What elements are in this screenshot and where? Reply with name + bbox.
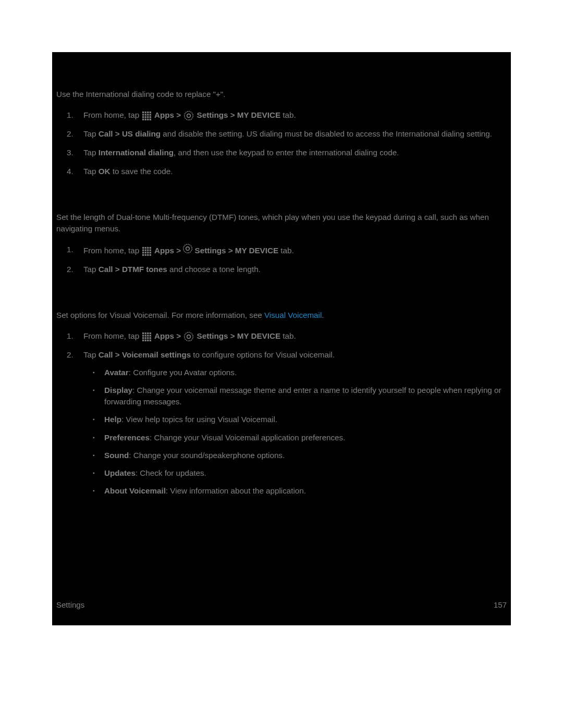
svg-rect-25 [150,249,151,251]
apps-grid-icon [142,112,151,120]
opt-text: : View information about the application… [166,486,306,495]
svg-rect-31 [145,254,146,255]
intro-text: Set options for Visual Voicemail. For mo… [56,311,264,319]
svg-rect-32 [148,254,149,255]
section3-steps: From home, tap Apps > Settings > MY DEVI… [56,330,507,496]
svg-rect-5 [145,114,146,115]
section1-steps: From home, tap Apps > Settings > MY DEVI… [56,109,507,177]
svg-rect-15 [150,118,151,120]
footer-section: Settings [56,599,84,611]
svg-rect-36 [142,332,144,334]
section3-intro: Set options for Visual Voicemail. For mo… [56,310,507,321]
section1-step3: Tap International dialing, and then use … [81,147,507,158]
svg-rect-41 [145,335,146,336]
svg-point-16 [185,112,193,120]
apps-grid-icon [142,332,151,341]
svg-rect-28 [148,252,149,253]
section3-step1: From home, tap Apps > Settings > MY DEVI… [81,330,507,342]
svg-rect-45 [145,337,146,339]
apps-label: Apps > [152,246,183,255]
svg-rect-47 [150,337,151,339]
content-area: Use the International dialing code to re… [52,61,511,497]
step-text: From home, tap [83,246,141,255]
step-text: From home, tap [83,110,141,119]
option-about: About Voicemail: View information about … [104,485,507,497]
svg-rect-43 [150,335,151,336]
step-text: Tap [83,350,99,359]
opt-label: Display [104,386,132,394]
step-tail: tab. [280,110,296,119]
svg-rect-12 [142,118,144,120]
svg-rect-22 [142,249,144,251]
settings-gear-icon [183,246,192,255]
opt-label: Sound [104,451,129,460]
svg-rect-9 [145,116,146,118]
svg-rect-51 [150,340,151,341]
opt-label: Avatar [104,368,129,377]
svg-rect-27 [145,252,146,253]
svg-rect-48 [142,340,144,341]
settings-path: Settings > MY DEVICE [194,331,280,340]
svg-rect-44 [142,337,144,339]
page-footer: Settings 157 [56,599,507,611]
svg-point-52 [185,332,193,341]
document-page: Use the International dialing code to re… [52,52,511,625]
svg-rect-6 [148,114,149,115]
svg-rect-1 [145,112,146,113]
svg-rect-0 [142,112,144,113]
opt-text: : Change your voicemail message theme an… [104,386,501,406]
step-tail: to configure options for Visual voicemai… [191,350,335,359]
step-text: Tap [83,148,99,157]
svg-rect-42 [148,335,149,336]
section1-step2: Tap Call > US dialing and disable the se… [81,128,507,140]
settings-gear-icon [184,111,193,120]
svg-point-53 [187,335,191,339]
svg-rect-11 [150,116,151,118]
svg-rect-29 [150,252,151,253]
section2-step1: From home, tap Apps > Settings > MY DEVI… [81,244,507,256]
section-heading-placeholder [56,282,507,306]
svg-rect-2 [148,112,149,113]
step-tail: and disable the setting. US dialing must… [161,129,492,138]
svg-rect-37 [145,332,146,334]
step-tail: , and then use the keypad to enter the i… [174,148,399,157]
svg-rect-49 [145,340,146,341]
opt-text: : Check for updates. [136,468,206,477]
section-heading-placeholder [56,61,507,85]
opt-text: : Change your sound/speakerphone options… [129,451,285,460]
section3-step2: Tap Call > Voicemail settings to configu… [81,349,507,496]
step-tail: and choose a tone length. [167,265,261,274]
opt-label: Help [104,415,121,424]
opt-text: : Configure you Avatar options. [129,368,237,377]
section1-intro: Use the International dialing code to re… [56,89,507,100]
step-tail: tab. [280,331,296,340]
svg-rect-18 [142,247,144,249]
svg-rect-4 [142,114,144,115]
section1-step1: From home, tap Apps > Settings > MY DEVI… [81,109,507,121]
step-tail: to save the code. [111,167,173,176]
opt-text: : Change your Visual Voicemail applicati… [150,433,345,442]
svg-rect-40 [142,335,144,336]
svg-rect-7 [150,114,151,115]
option-display: Display: Change your voicemail message t… [104,385,507,408]
svg-rect-33 [150,254,151,255]
step-text: Tap [83,129,99,138]
option-sound: Sound: Change your sound/speakerphone op… [104,450,507,461]
apps-label: Apps > [152,331,183,340]
call-us-dialing: Call > US dialing [99,129,161,138]
apps-grid-icon [142,247,151,256]
settings-path: Settings > MY DEVICE [194,110,280,119]
intro-tail: . [322,311,324,319]
option-preferences: Preferences: Change your Visual Voicemai… [104,432,507,443]
voicemail-options: Avatar: Configure you Avatar options. Di… [83,367,507,496]
svg-rect-26 [142,252,144,253]
section1-step4: Tap OK to save the code. [81,166,507,177]
visual-voicemail-link[interactable]: Visual Voicemail [264,311,322,319]
section2-steps: From home, tap Apps > Settings > MY DEVI… [56,244,507,275]
option-avatar: Avatar: Configure you Avatar options. [104,367,507,378]
svg-point-34 [183,244,192,253]
step-text: Tap [83,167,99,176]
section2-intro: Set the length of Dual-tone Multi-freque… [56,212,507,235]
ok-label: OK [99,167,111,176]
svg-rect-10 [148,116,149,118]
